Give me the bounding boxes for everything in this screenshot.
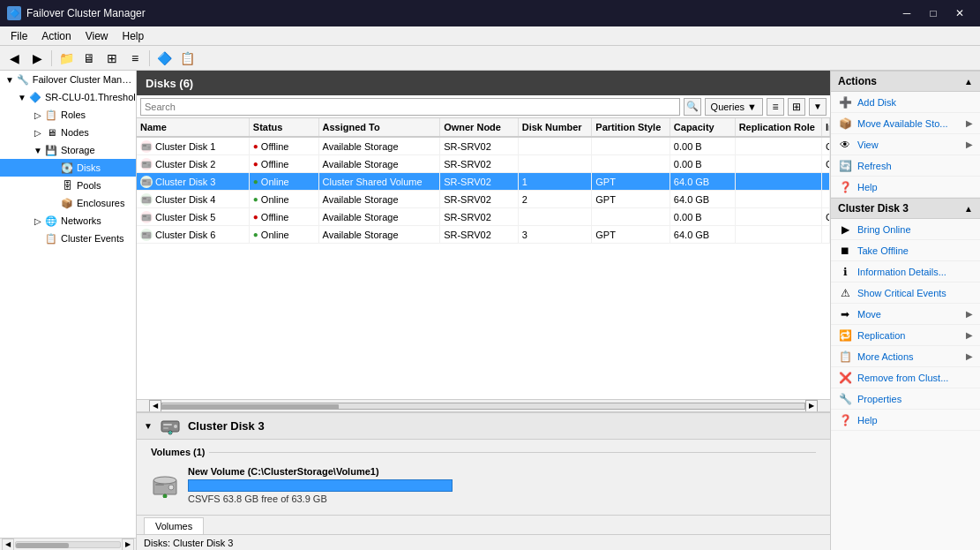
cell-capacity: 64.0 GB xyxy=(670,226,736,243)
tree-item-roles[interactable]: ▷ 📋 Roles xyxy=(0,106,136,124)
table-row[interactable]: Cluster Disk 4 ● Online Available Storag… xyxy=(137,191,830,208)
action-arrow-1-6: ▶ xyxy=(966,351,973,361)
action-item-1-7[interactable]: ❌ Remove from Clust... xyxy=(831,367,980,388)
toolbar-extra1[interactable]: 🔷 xyxy=(153,49,175,68)
tree-item-nodes[interactable]: ▷ 🖥 Nodes xyxy=(0,124,136,141)
col-rep-role[interactable]: Replication Role xyxy=(736,118,822,136)
svg-rect-1 xyxy=(143,145,146,146)
action-arrow-1-4: ▶ xyxy=(966,309,973,319)
col-disknum[interactable]: Disk Number xyxy=(519,118,593,136)
menu-action[interactable]: Action xyxy=(34,28,78,44)
tree-item-cluster[interactable]: ▼ 🔷 SR-CLU-01.Threshol xyxy=(0,88,136,106)
table-row[interactable]: Cluster Disk 2 ● Offline Available Stora… xyxy=(137,155,830,173)
toolbar-back[interactable]: ◀ xyxy=(4,49,25,68)
cell-owner: SR-SRV02 xyxy=(440,226,519,243)
table-scroll-right[interactable]: ▶ xyxy=(805,400,818,412)
tree-item-pools[interactable]: 🗄 Pools xyxy=(0,177,136,194)
cell-assigned: Available Storage xyxy=(319,208,441,225)
table-horizontal-scroll[interactable]: ◀ ▶ xyxy=(137,399,830,411)
action-item-1-9[interactable]: ❓ Help xyxy=(831,410,980,431)
action-icon-1-5: 🔁 xyxy=(838,328,852,343)
action-arrow-1-5: ▶ xyxy=(966,330,973,340)
table-row[interactable]: Cluster Disk 6 ● Online Available Storag… xyxy=(137,226,830,244)
action-label-1-0: Bring Online xyxy=(857,224,973,235)
svg-point-11 xyxy=(148,199,151,201)
menu-help[interactable]: Help xyxy=(116,28,152,44)
table-scroll-left[interactable]: ◀ xyxy=(149,400,161,412)
tree-item-root[interactable]: ▼ 🔧 Failover Cluster Manage xyxy=(0,71,136,88)
actions-section-header-0[interactable]: Actions▲ xyxy=(831,71,980,92)
expand-panel-button[interactable]: ▼ xyxy=(809,98,827,116)
scroll-track[interactable] xyxy=(15,541,121,548)
table-row[interactable]: Cluster Disk 5 ● Offline Available Stora… xyxy=(137,208,830,226)
queries-button[interactable]: Queries ▼ xyxy=(705,98,763,116)
status-text: Disks: Cluster Disk 3 xyxy=(144,538,233,548)
action-item-1-3[interactable]: ⚠ Show Critical Events xyxy=(831,283,980,304)
action-item-1-8[interactable]: 🔧 Properties xyxy=(831,388,980,410)
cell-status: ● Offline xyxy=(250,155,319,172)
toolbar-list[interactable]: ≡ xyxy=(124,49,146,68)
action-item-0-3[interactable]: 🔄 Refresh xyxy=(831,155,980,177)
toolbar-grid[interactable]: ⊞ xyxy=(101,49,123,68)
view-list-button[interactable]: ≡ xyxy=(767,98,784,116)
col-partition[interactable]: Partition Style xyxy=(592,118,670,136)
action-icon-1-9: ❓ xyxy=(838,413,852,427)
menu-view[interactable]: View xyxy=(79,28,116,44)
close-button[interactable]: ✕ xyxy=(946,0,973,26)
scroll-right-arrow[interactable]: ▶ xyxy=(122,539,134,551)
search-input[interactable] xyxy=(140,98,680,116)
maximize-button[interactable]: □ xyxy=(920,0,946,26)
col-name[interactable]: Name xyxy=(137,118,250,136)
col-info[interactable]: Information xyxy=(822,118,830,136)
toolbar-extra2[interactable]: 📋 xyxy=(176,49,198,68)
toolbar-computer[interactable]: 🖥 xyxy=(79,49,100,68)
volumes-divider xyxy=(209,452,816,453)
action-label-1-4: Move xyxy=(857,309,961,320)
menu-file[interactable]: File xyxy=(4,28,34,44)
action-item-1-2[interactable]: ℹ Information Details... xyxy=(831,261,980,283)
tree-item-storage[interactable]: ▼ 💾 Storage xyxy=(0,141,136,159)
action-item-1-4[interactable]: ➡ Move ▶ xyxy=(831,304,980,325)
status-bar: Disks: Cluster Disk 3 xyxy=(137,534,830,550)
menu-bar: File Action View Help xyxy=(0,26,980,46)
tree-item-disks[interactable]: 💽 Disks xyxy=(0,159,136,177)
action-item-0-1[interactable]: 📦 Move Available Sto... ▶ xyxy=(831,113,980,134)
table-scroll-track[interactable] xyxy=(161,403,805,410)
action-icon-1-1: ⏹ xyxy=(838,244,852,258)
svg-point-26 xyxy=(153,477,176,484)
view-columns-button[interactable]: ⊞ xyxy=(788,98,805,116)
action-item-0-0[interactable]: ➕ Add Disk xyxy=(831,92,980,113)
actions-section-header-1[interactable]: Cluster Disk 3▲ xyxy=(831,198,980,219)
tree-item-enclosures[interactable]: 📦 Enclosures xyxy=(0,194,136,212)
tree-item-networks[interactable]: ▷ 🌐 Networks xyxy=(0,212,136,230)
col-capacity[interactable]: Capacity xyxy=(670,118,736,136)
scroll-left-arrow[interactable]: ◀ xyxy=(2,539,14,551)
action-item-1-6[interactable]: 📋 More Actions ▶ xyxy=(831,346,980,367)
cell-disknum: 3 xyxy=(519,226,593,243)
tab-volumes[interactable]: Volumes xyxy=(144,517,204,535)
cell-reprole xyxy=(736,208,822,225)
toolbar-folder[interactable]: 📁 xyxy=(56,49,77,68)
action-item-1-1[interactable]: ⏹ Take Offline xyxy=(831,240,980,261)
tree-item-events[interactable]: 📋 Cluster Events xyxy=(0,230,136,247)
col-status[interactable]: Status xyxy=(250,118,319,136)
search-button[interactable]: 🔍 xyxy=(684,98,701,116)
svg-rect-16 xyxy=(143,233,146,234)
col-owner[interactable]: Owner Node xyxy=(440,118,519,136)
minimize-button[interactable]: ─ xyxy=(894,0,920,26)
cell-owner: SR-SRV02 xyxy=(440,155,519,172)
cell-owner: SR-SRV02 xyxy=(440,191,519,207)
tree-label-enclosures: Enclosures xyxy=(77,198,124,208)
action-item-1-0[interactable]: ▶ Bring Online xyxy=(831,219,980,240)
action-item-0-4[interactable]: ❓ Help xyxy=(831,177,980,198)
volumes-label: Volumes (1) xyxy=(151,447,206,457)
action-item-1-5[interactable]: 🔁 Replication ▶ xyxy=(831,325,980,346)
toolbar-forward[interactable]: ▶ xyxy=(26,49,48,68)
col-assigned[interactable]: Assigned To xyxy=(319,118,441,136)
table-row[interactable]: Cluster Disk 1 ● Offline Available Stora… xyxy=(137,138,830,155)
detail-expand-icon[interactable]: ▼ xyxy=(144,421,153,431)
tree-horizontal-scroll[interactable]: ◀ ▶ xyxy=(0,538,136,550)
action-item-0-2[interactable]: 👁 View ▶ xyxy=(831,134,980,155)
cell-name: Cluster Disk 1 xyxy=(137,138,250,154)
table-row[interactable]: Cluster Disk 3 ● Online Cluster Shared V… xyxy=(137,173,830,191)
